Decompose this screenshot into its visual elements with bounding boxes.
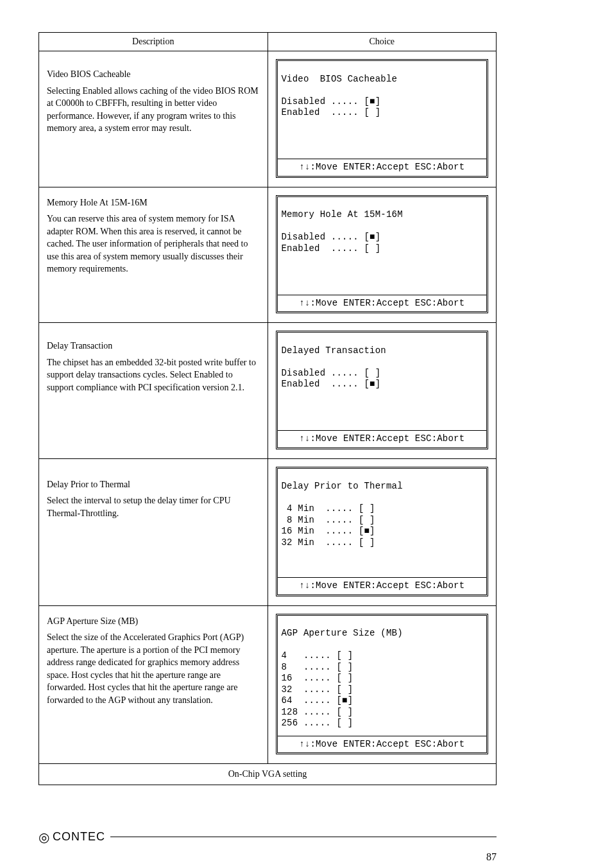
setting-body: Select the size of the Accelerated Graph… xyxy=(47,631,260,707)
bios-box-footer: ↑↓:Move ENTER:Accept ESC:Abort xyxy=(278,577,487,595)
table-row: Delay Prior to Thermal Select the interv… xyxy=(39,458,497,605)
setting-title: AGP Aperture Size (MB) xyxy=(47,615,260,628)
onchip-vga-heading: On-Chip VGA setting xyxy=(39,764,497,785)
bios-option-box: Delayed Transaction Disabled ..... [ ] E… xyxy=(276,331,489,449)
bios-option-box: Delay Prior to Thermal 4 Min ..... [ ] 8… xyxy=(276,467,489,596)
setting-title: Delay Prior to Thermal xyxy=(47,478,260,491)
bios-box-title: Video BIOS Cacheable xyxy=(282,74,398,84)
setting-title: Delay Transaction xyxy=(47,340,260,352)
bios-box-footer: ↑↓:Move ENTER:Accept ESC:Abort xyxy=(278,159,487,176)
bios-box-options: 4 ..... [ ] 8 ..... [ ] 16 ..... [ ] 32 … xyxy=(282,650,353,728)
col-header-description: Description xyxy=(39,33,268,51)
footer-divider xyxy=(110,837,497,837)
bios-box-footer: ↑↓:Move ENTER:Accept ESC:Abort xyxy=(278,736,487,753)
bios-box-footer: ↑↓:Move ENTER:Accept ESC:Abort xyxy=(278,430,487,447)
table-row: Delay Transaction The chipset has an emb… xyxy=(39,323,497,459)
bios-settings-table: Description Choice Video BIOS Cacheable … xyxy=(38,32,497,785)
page-footer: ◎ CONTEC xyxy=(38,830,497,844)
setting-body: You can reserve this area of system memo… xyxy=(47,213,260,275)
bios-box-title: Delay Prior to Thermal xyxy=(282,481,403,491)
setting-body: Selecting Enabled allows caching of the … xyxy=(47,85,260,135)
page-number: 87 xyxy=(38,851,497,863)
contec-mark-icon: ◎ xyxy=(38,831,50,844)
bios-option-box: Video BIOS Cacheable Disabled ..... [■] … xyxy=(276,59,489,178)
bios-box-title: Delayed Transaction xyxy=(282,345,386,356)
table-row: On-Chip VGA setting xyxy=(39,764,497,785)
bios-box-options: Disabled ..... [■] Enabled ..... [ ] xyxy=(282,96,381,118)
setting-body: The chipset has an embedded 32-bit poste… xyxy=(47,356,260,394)
setting-body: Select the interval to setup the delay t… xyxy=(47,494,260,519)
bios-box-title: AGP Aperture Size (MB) xyxy=(282,628,403,638)
bios-option-box: Memory Hole At 15M-16M Disabled ..... [■… xyxy=(276,195,489,314)
bios-box-options: Disabled ..... [ ] Enabled ..... [■] xyxy=(282,368,381,390)
bios-box-options: 4 Min ..... [ ] 8 Min ..... [ ] 16 Min .… xyxy=(282,503,375,548)
table-row: Memory Hole At 15M-16M You can reserve t… xyxy=(39,187,497,323)
setting-title: Video BIOS Cacheable xyxy=(47,68,260,81)
table-row: Video BIOS Cacheable Selecting Enabled a… xyxy=(39,51,497,187)
contec-logo: ◎ CONTEC xyxy=(38,830,105,844)
setting-title: Memory Hole At 15M-16M xyxy=(47,196,260,209)
col-header-choice: Choice xyxy=(268,33,497,51)
bios-box-options: Disabled ..... [■] Enabled ..... [ ] xyxy=(282,232,381,254)
bios-box-footer: ↑↓:Move ENTER:Accept ESC:Abort xyxy=(278,295,487,312)
bios-box-title: Memory Hole At 15M-16M xyxy=(282,209,403,220)
bios-option-box: AGP Aperture Size (MB) 4 ..... [ ] 8 ...… xyxy=(276,614,489,755)
table-row: AGP Aperture Size (MB) Select the size o… xyxy=(39,605,497,764)
brand-name: CONTEC xyxy=(53,830,105,844)
